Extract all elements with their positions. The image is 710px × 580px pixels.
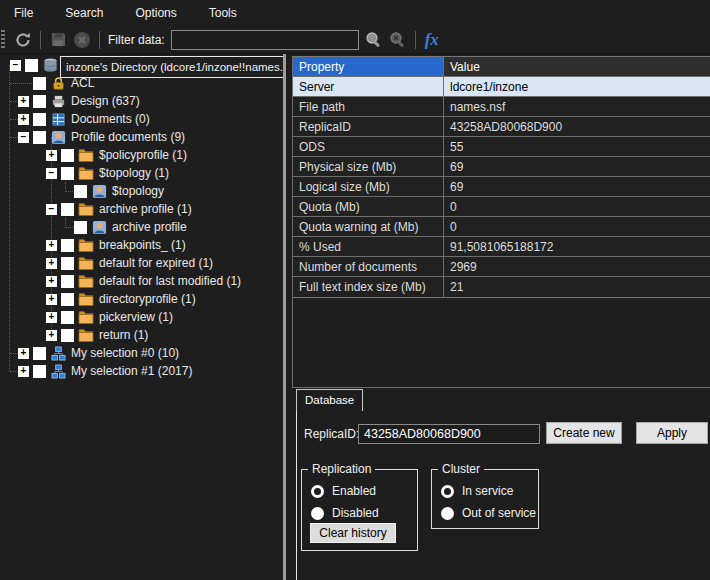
formula-icon[interactable]: fx	[421, 30, 443, 50]
checkbox[interactable]	[33, 131, 46, 144]
tree-item-archive-profile-doc[interactable]: archive profile	[0, 218, 283, 236]
panel-splitter[interactable]	[283, 54, 286, 580]
table-row-file-path[interactable]: File path names.nsf	[293, 97, 710, 117]
checkbox[interactable]	[74, 185, 87, 198]
tree-item-label[interactable]: breakpoints_ (1)	[99, 238, 186, 252]
checkbox[interactable]	[33, 365, 46, 378]
tree-item-label[interactable]: $policyprofile (1)	[99, 148, 187, 162]
expand-toggle-icon[interactable]: +	[46, 330, 57, 341]
tree-item-topology-folder[interactable]: − $topology (1)	[0, 164, 283, 182]
radio-unselected-icon[interactable]	[311, 507, 324, 520]
expand-toggle-icon[interactable]: +	[18, 366, 29, 377]
tree-item-label[interactable]: archive profile	[112, 220, 187, 234]
search-icon[interactable]	[363, 29, 385, 51]
tree-item-label[interactable]: default for last modified (1)	[99, 274, 241, 288]
checkbox[interactable]	[61, 329, 74, 342]
tree-item-label[interactable]: $topology	[112, 184, 164, 198]
create-new-button[interactable]: Create new	[546, 422, 622, 444]
table-row-server[interactable]: Server ldcore1/inzone	[293, 77, 710, 97]
expand-toggle-icon[interactable]: +	[46, 312, 57, 323]
collapse-toggle-icon[interactable]: −	[46, 168, 57, 179]
collapse-toggle-icon[interactable]: −	[46, 204, 57, 215]
tree-item-label[interactable]: Documents (0)	[71, 112, 150, 126]
tree-item-return[interactable]: + return (1)	[0, 326, 283, 344]
checkbox[interactable]	[25, 59, 38, 72]
tree-item-label[interactable]: return (1)	[99, 328, 148, 342]
checkbox[interactable]	[61, 149, 74, 162]
menu-file[interactable]: File	[10, 4, 37, 22]
table-row-percent-used[interactable]: % Used 91,5081065188172	[293, 237, 710, 257]
checkbox[interactable]	[61, 275, 74, 288]
checkbox[interactable]	[33, 347, 46, 360]
column-header-value[interactable]: Value	[444, 57, 710, 76]
radio-cluster-in-service[interactable]: In service	[441, 484, 513, 498]
tree-item-label[interactable]: directoryprofile (1)	[99, 292, 196, 306]
tree-item-my-selection-0[interactable]: + My selection #0 (10)	[0, 344, 283, 362]
tree-item-documents[interactable]: + Documents (0)	[0, 110, 283, 128]
tree-item-root[interactable]: − inzone's Directory (ldcore1/inzone!!na…	[0, 56, 283, 74]
radio-selected-icon[interactable]	[441, 485, 454, 498]
collapse-toggle-icon[interactable]: −	[10, 60, 21, 71]
checkbox[interactable]	[61, 239, 74, 252]
table-row-ods[interactable]: ODS 55	[293, 137, 710, 157]
checkbox[interactable]	[33, 113, 46, 126]
apply-button[interactable]: Apply	[636, 422, 708, 444]
tree-item-default-last-modified[interactable]: + default for last modified (1)	[0, 272, 283, 290]
save-icon[interactable]	[47, 29, 69, 51]
tree-item-pickerview[interactable]: + pickerview (1)	[0, 308, 283, 326]
cancel-icon[interactable]	[71, 29, 93, 51]
checkbox[interactable]	[33, 95, 46, 108]
tree-item-directoryprofile[interactable]: + directoryprofile (1)	[0, 290, 283, 308]
tree-item-label[interactable]: My selection #1 (2017)	[71, 364, 192, 378]
tree-item-label[interactable]: My selection #0 (10)	[71, 346, 179, 360]
tree-item-policyprofile[interactable]: + $policyprofile (1)	[0, 146, 283, 164]
table-row-fulltext-index[interactable]: Full text index size (Mb) 21	[293, 277, 710, 297]
expand-toggle-icon[interactable]: +	[46, 294, 57, 305]
tree-item-breakpoints[interactable]: + breakpoints_ (1)	[0, 236, 283, 254]
table-row-replicaid[interactable]: ReplicaID 43258AD80068D900	[293, 117, 710, 137]
checkbox[interactable]	[61, 311, 74, 324]
tree-item-topology-doc[interactable]: $topology	[0, 182, 283, 200]
expand-toggle-icon[interactable]: +	[46, 150, 57, 161]
filter-input[interactable]	[171, 30, 359, 50]
menu-search[interactable]: Search	[61, 4, 107, 22]
radio-cluster-out-of-service[interactable]: Out of service	[441, 506, 536, 520]
checkbox[interactable]	[74, 221, 87, 234]
checkbox[interactable]	[33, 77, 46, 90]
radio-replication-enabled[interactable]: Enabled	[311, 484, 376, 498]
table-row-logical-size[interactable]: Logical size (Mb) 69	[293, 177, 710, 197]
checkbox[interactable]	[61, 203, 74, 216]
tree-item-label[interactable]: Design (637)	[71, 94, 140, 108]
column-header-property[interactable]: Property	[293, 57, 444, 76]
tree-item-default-expired[interactable]: + default for expired (1)	[0, 254, 283, 272]
refresh-icon[interactable]	[12, 29, 34, 51]
table-row-number-of-documents[interactable]: Number of documents 2969	[293, 257, 710, 277]
tree-item-label[interactable]: default for expired (1)	[99, 256, 213, 270]
tree-root-label-tooltip[interactable]: inzone's Directory (ldcore1/inzone!!name…	[60, 56, 283, 78]
table-row-quota-warning[interactable]: Quota warning at (Mb) 0	[293, 217, 710, 237]
radio-selected-icon[interactable]	[311, 485, 324, 498]
tree-item-archive-profile-folder[interactable]: − archive profile (1)	[0, 200, 283, 218]
toolbar-grip[interactable]	[1, 30, 5, 50]
radio-replication-disabled[interactable]: Disabled	[311, 506, 379, 520]
expand-toggle-icon[interactable]: +	[46, 276, 57, 287]
checkbox[interactable]	[61, 293, 74, 306]
tab-database[interactable]: Database	[296, 389, 363, 411]
expand-toggle-icon[interactable]: +	[18, 114, 29, 125]
tree-item-profile-documents[interactable]: − Profile documents (9)	[0, 128, 283, 146]
menu-tools[interactable]: Tools	[205, 4, 241, 22]
tree-item-label[interactable]: $topology (1)	[99, 166, 169, 180]
collapse-toggle-icon[interactable]: −	[18, 132, 29, 143]
table-row-quota[interactable]: Quota (Mb) 0	[293, 197, 710, 217]
table-row-physical-size[interactable]: Physical size (Mb) 69	[293, 157, 710, 177]
clear-history-button[interactable]: Clear history	[310, 523, 396, 543]
menu-options[interactable]: Options	[131, 4, 180, 22]
clear-search-icon[interactable]	[387, 29, 409, 51]
radio-unselected-icon[interactable]	[441, 507, 454, 520]
replicaid-input[interactable]	[358, 424, 540, 444]
expand-toggle-icon[interactable]: +	[46, 258, 57, 269]
expand-toggle-icon[interactable]: +	[46, 240, 57, 251]
tree-item-label[interactable]: pickerview (1)	[99, 310, 173, 324]
checkbox[interactable]	[61, 257, 74, 270]
checkbox[interactable]	[61, 167, 74, 180]
